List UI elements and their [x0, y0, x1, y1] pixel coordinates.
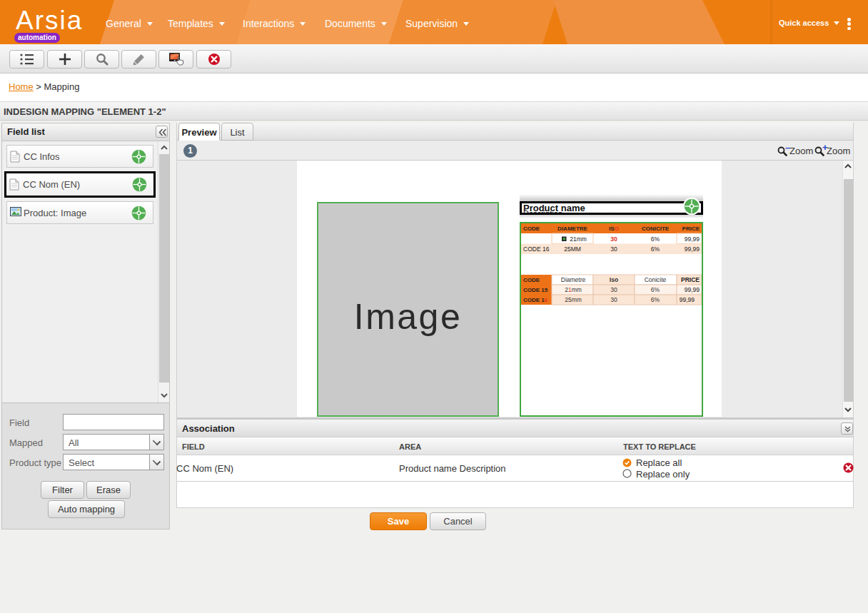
- svg-text:99,99: 99,99: [685, 235, 700, 243]
- svg-text:21mm: 21mm: [570, 235, 587, 243]
- svg-text:30: 30: [610, 235, 617, 243]
- svg-text:Iso: Iso: [610, 276, 618, 283]
- svg-text:Diametre: Diametre: [561, 276, 586, 283]
- svg-text:PRICE: PRICE: [681, 276, 700, 283]
- svg-text:6%: 6%: [651, 286, 660, 293]
- svg-text:CODE 15: CODE 15: [523, 287, 548, 293]
- svg-text:CONICITE: CONICITE: [642, 226, 670, 232]
- svg-text:6%: 6%: [651, 235, 660, 243]
- svg-text:6%: 6%: [651, 245, 660, 253]
- svg-text:6%: 6%: [651, 296, 660, 303]
- svg-text:CODE: CODE: [523, 277, 540, 283]
- svg-text:99,99: 99,99: [685, 286, 700, 293]
- svg-text:CODE 16: CODE 16: [523, 245, 550, 253]
- svg-text:Conicite: Conicite: [645, 276, 667, 283]
- svg-text:CODE: CODE: [523, 226, 540, 232]
- svg-text:PRICE: PRICE: [682, 226, 700, 232]
- svg-text:30: 30: [610, 296, 617, 303]
- svg-text:99,99: 99,99: [685, 245, 700, 253]
- svg-text:30: 30: [610, 245, 617, 253]
- svg-text:21mm: 21mm: [565, 286, 582, 293]
- svg-text:25mm: 25mm: [565, 296, 582, 303]
- svg-text:ISO: ISO: [609, 226, 619, 232]
- svg-text:CODE 16: CODE 16: [523, 297, 548, 303]
- svg-text:99,99: 99,99: [680, 296, 695, 303]
- svg-text:25MM: 25MM: [564, 245, 581, 253]
- svg-text:DIAMETRE: DIAMETRE: [557, 226, 587, 232]
- svg-text:30: 30: [610, 286, 617, 293]
